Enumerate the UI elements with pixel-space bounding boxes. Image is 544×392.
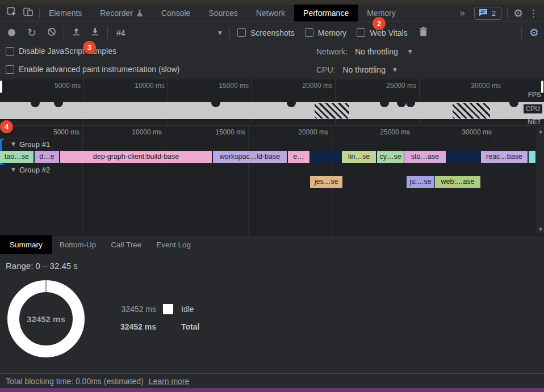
chevron-down-icon: ▼ <box>393 67 397 73</box>
overview-left-handle[interactable] <box>0 81 2 93</box>
tab-recorder[interactable]: Recorder <box>91 5 152 22</box>
flame-bar[interactable]: cy…se <box>377 151 404 163</box>
toolbar-divider-2 <box>107 27 108 39</box>
cpu-idle-hatch <box>315 103 349 119</box>
tab-label: Recorder <box>100 9 133 18</box>
details-tab-call-tree[interactable]: Call Tree <box>103 235 149 254</box>
cpu-activity-bump <box>380 102 389 107</box>
more-tabs-icon[interactable]: » <box>457 8 468 18</box>
toolbar-checkbox-screenshots[interactable]: Screenshots <box>237 28 295 37</box>
flame-bar[interactable]: reac…base <box>481 151 528 163</box>
tabbar-right: » 2 ⚙ ⋮ <box>457 5 544 22</box>
cpu-throttle-value: No throttling <box>342 65 385 74</box>
toolbar-checkbox-memory[interactable]: Memory <box>305 28 347 37</box>
details-tabbar: SummaryBottom-UpCall TreeEvent Log <box>0 235 544 254</box>
record-icon[interactable] <box>8 29 15 36</box>
advanced-paint-checkbox[interactable]: Enable advanced paint instrumentation (s… <box>6 65 179 74</box>
save-profile-icon[interactable] <box>90 27 100 39</box>
flame-bar[interactable]: jes…se <box>310 176 342 188</box>
message-count: 2 <box>492 9 496 18</box>
cpu-idle-hatch <box>453 103 490 119</box>
flame-tick-label: 20000 ms <box>298 128 328 136</box>
flame-bar[interactable]: dep-graph-client:build-base <box>60 151 212 163</box>
tab-label: Sources <box>208 9 237 18</box>
tab-sources[interactable]: Sources <box>199 5 246 22</box>
group-track-1: tao…sed…edep-graph-client:build-basework… <box>0 151 537 163</box>
kebab-menu-icon[interactable]: ⋮ <box>529 9 538 18</box>
reload-and-record-icon[interactable]: ↻ <box>27 27 36 38</box>
checkbox-icon[interactable] <box>357 28 365 37</box>
overview-tick-label: 25000 ms <box>386 82 416 90</box>
details-tab-summary[interactable]: Summary <box>0 235 52 254</box>
message-icon <box>479 9 488 18</box>
trash-icon[interactable] <box>419 27 428 39</box>
legend-swatch <box>163 304 173 314</box>
devtools-window: ElementsRecorderConsoleSourcesNetworkPer… <box>0 0 544 392</box>
tabbar-left-icons <box>0 5 39 22</box>
checkbox-icon[interactable] <box>305 28 313 37</box>
overview-tick-label: 30000 ms <box>471 82 501 90</box>
tab-network[interactable]: Network <box>247 5 294 22</box>
legend-row: 32452 msTotal <box>116 322 199 332</box>
flame-bar[interactable]: sto…ase <box>404 151 446 163</box>
flame-tick-label: 5000 ms <box>53 128 79 136</box>
network-throttle-select[interactable]: Network: No throttling ▼ <box>316 47 412 56</box>
main-tabbar-tabs: ElementsRecorderConsoleSourcesNetworkPer… <box>40 5 405 22</box>
flame-bar[interactable] <box>529 151 535 163</box>
history-dropdown[interactable]: #4 ▼ <box>116 28 222 37</box>
settings-row-2: Enable advanced paint instrumentation (s… <box>6 65 190 74</box>
overview-right-handle[interactable] <box>541 81 543 93</box>
group-label: Group #2 <box>19 166 50 174</box>
cpu-activity-bump <box>54 102 63 107</box>
group-header-1[interactable]: ▼Group #1 <box>0 138 50 150</box>
checkbox-label: Web Vitals <box>370 28 407 37</box>
summary-donut-chart: 32452 ms <box>7 280 85 357</box>
cpu-throttle-label: CPU: <box>316 65 335 74</box>
issues-button[interactable]: 2 <box>474 7 501 20</box>
flame-bar[interactable]: js:…se <box>407 176 434 188</box>
checkbox-icon[interactable] <box>6 65 14 74</box>
cpu-activity-bump <box>509 102 518 107</box>
details-tab-bottom-up[interactable]: Bottom-Up <box>52 235 104 254</box>
flame-bar[interactable]: workspac…ld-base <box>213 151 287 163</box>
group-header-2[interactable]: ▼Group #2 <box>0 164 50 175</box>
checkbox-icon[interactable] <box>6 47 14 56</box>
tab-label: Network <box>256 9 285 18</box>
scroll-down-icon[interactable]: ▼ <box>537 227 544 232</box>
tutorial-badge-2: 2 <box>373 17 386 30</box>
details-tab-event-log[interactable]: Event Log <box>149 235 198 254</box>
learn-more-link[interactable]: Learn more <box>149 377 190 386</box>
collapse-triangle-icon[interactable]: ▼ <box>11 141 15 147</box>
tab-console[interactable]: Console <box>152 5 199 22</box>
checkbox-icon[interactable] <box>237 28 246 37</box>
flame-bar[interactable]: web:…ase <box>435 176 480 188</box>
legend-value: 32452 ms <box>116 305 156 314</box>
overview-tick-label: 5000 ms <box>55 82 81 90</box>
settings-gear-icon[interactable]: ⚙ <box>513 8 523 19</box>
flame-scrollbar[interactable]: ▲ ▼ <box>537 127 544 234</box>
net-lane-label: NET <box>528 118 541 126</box>
donut-center-label: 32452 ms <box>7 280 85 357</box>
disable-js-samples-checkbox[interactable]: Disable JavaScript samples <box>6 47 116 56</box>
toolbar-checkbox-web-vitals[interactable]: Web Vitals <box>357 28 407 37</box>
clear-icon[interactable] <box>47 27 56 39</box>
flame-bar[interactable]: lin…se <box>342 151 376 163</box>
flame-tick-label: 25000 ms <box>380 128 410 136</box>
flame-bar[interactable]: d…e <box>35 151 59 163</box>
flame-bar[interactable]: tao…se <box>0 151 34 163</box>
inspect-icon[interactable] <box>7 7 17 19</box>
cpu-throttle-select[interactable]: CPU: No throttling ▼ <box>316 65 397 74</box>
device-toolbar-icon[interactable] <box>23 7 34 19</box>
collapse-triangle-icon[interactable]: ▼ <box>11 167 15 172</box>
capture-settings-gear-icon[interactable]: ⚙ <box>529 27 539 38</box>
overview-tick-label: 20000 ms <box>302 82 332 90</box>
flame-chart[interactable]: ▲ ▼ 5000 ms10000 ms15000 ms20000 ms25000… <box>0 126 544 235</box>
timeline-overview[interactable]: 5000 ms10000 ms15000 ms20000 ms25000 ms3… <box>0 79 544 126</box>
load-profile-icon[interactable] <box>72 27 81 39</box>
tab-performance[interactable]: Performance <box>294 5 358 22</box>
scroll-up-icon[interactable]: ▲ <box>537 129 544 134</box>
toolbar-divider-4 <box>521 27 522 39</box>
flame-bar[interactable]: e… <box>288 151 309 163</box>
tab-elements[interactable]: Elements <box>40 5 91 22</box>
legend-swatch-empty <box>163 322 173 332</box>
